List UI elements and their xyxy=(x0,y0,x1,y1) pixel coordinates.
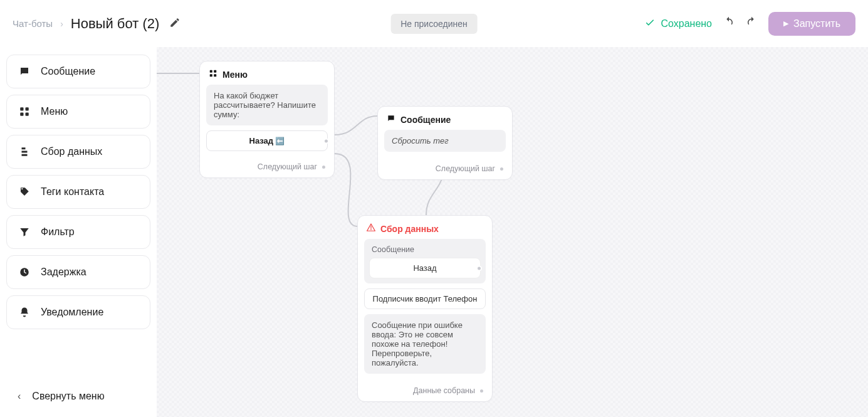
flow-canvas[interactable]: Меню На какой бюджет рассчитываете? Напи… xyxy=(157,47,868,417)
data-collected-label: Данные собраны xyxy=(413,386,475,395)
menu-grid-icon xyxy=(18,105,31,118)
next-step-label: Следующий шаг xyxy=(258,162,317,171)
sidebar-item-notification[interactable]: Уведомление xyxy=(6,295,150,329)
sidebar-item-message[interactable]: Сообщение xyxy=(6,55,150,88)
warning-icon xyxy=(367,223,375,234)
svg-rect-1 xyxy=(26,107,29,110)
sidebar-item-label: Сбор данных xyxy=(41,146,102,157)
output-port[interactable] xyxy=(323,138,329,144)
run-button[interactable]: ▶ Запустить xyxy=(768,12,855,36)
output-port[interactable] xyxy=(476,265,482,271)
node-message-text: На какой бюджет рассчитываете? Напишите … xyxy=(206,85,328,125)
sidebar: Сообщение Меню Сбор данных Теги контакта… xyxy=(0,47,157,417)
node-message-text: Сбросить тег xyxy=(384,130,506,152)
sidebar-item-label: Задержка xyxy=(41,267,86,278)
node-back-button[interactable]: Назад ⬅️ xyxy=(206,130,328,151)
output-port[interactable] xyxy=(499,166,505,172)
next-step-label: Следующий шаг xyxy=(436,164,495,173)
svg-rect-3 xyxy=(26,113,29,116)
form-icon xyxy=(18,145,31,158)
section-label: Сообщение xyxy=(369,244,481,258)
run-label: Запустить xyxy=(793,18,840,29)
sidebar-item-label: Сообщение xyxy=(41,66,95,77)
check-icon xyxy=(644,17,656,31)
edit-icon[interactable] xyxy=(169,17,180,31)
output-port[interactable] xyxy=(321,164,327,170)
message-icon xyxy=(18,65,31,78)
svg-rect-2 xyxy=(20,113,23,116)
chevron-right-icon: › xyxy=(60,19,63,29)
page-title: Новый бот (2) xyxy=(71,16,159,32)
collapse-menu-button[interactable]: ‹ Свернуть меню xyxy=(6,382,150,411)
arrow-left-emoji-icon: ⬅️ xyxy=(273,137,285,145)
svg-rect-0 xyxy=(20,107,23,110)
clock-icon xyxy=(18,266,31,278)
connection-status-badge: Не присоединен xyxy=(390,14,478,34)
sidebar-item-label: Уведомление xyxy=(41,307,103,318)
output-port[interactable] xyxy=(479,388,484,394)
collapse-menu-label: Свернуть меню xyxy=(32,391,104,402)
flow-node-collect-data[interactable]: Сбор данных Сообщение Назад Подписчик вв… xyxy=(357,215,493,402)
sidebar-item-filter[interactable]: Фильтр xyxy=(6,215,150,249)
filter-icon xyxy=(18,226,31,238)
bell-icon xyxy=(18,306,31,319)
flow-node-menu[interactable]: Меню На какой бюджет рассчитываете? Напи… xyxy=(199,61,335,178)
svg-rect-8 xyxy=(214,74,216,77)
svg-rect-6 xyxy=(214,70,216,73)
saved-indicator: Сохранено xyxy=(644,17,712,31)
tag-icon xyxy=(18,186,31,198)
node-message-section: Сообщение Назад xyxy=(364,239,486,283)
message-icon xyxy=(387,114,395,125)
node-back-button[interactable]: Назад xyxy=(369,258,481,278)
saved-label: Сохранено xyxy=(661,18,712,29)
node-title: Сбор данных xyxy=(380,224,439,234)
sidebar-item-label: Теги контакта xyxy=(41,186,104,198)
node-header: Сбор данных xyxy=(358,216,492,239)
redo-button[interactable] xyxy=(746,16,757,31)
subscriber-input-label: Подписчик вводит Телефон xyxy=(364,288,486,309)
node-header: Сообщение xyxy=(378,107,512,130)
breadcrumb: Чат-боты › Новый бот (2) xyxy=(13,16,159,32)
sidebar-item-label: Фильтр xyxy=(41,226,75,238)
sidebar-item-label: Меню xyxy=(41,106,68,117)
node-footer: Следующий шаг xyxy=(200,160,334,177)
node-footer: Данные собраны xyxy=(358,384,492,401)
error-message-text: Сообщение при ошибке ввода: Это не совсе… xyxy=(364,314,486,374)
node-title: Сообщение xyxy=(400,115,451,125)
sidebar-item-contact-tags[interactable]: Теги контакта xyxy=(6,175,150,209)
undo-button[interactable] xyxy=(723,16,735,31)
flow-node-message[interactable]: Сообщение Сбросить тег Следующий шаг xyxy=(377,106,513,180)
node-footer: Следующий шаг xyxy=(378,162,512,179)
sidebar-item-collect-data[interactable]: Сбор данных xyxy=(6,135,150,169)
play-icon: ▶ xyxy=(783,19,788,28)
node-title: Меню xyxy=(222,70,248,80)
node-header: Меню xyxy=(200,61,334,85)
chevron-left-icon: ‹ xyxy=(18,391,21,402)
svg-rect-5 xyxy=(210,70,212,73)
sidebar-item-menu[interactable]: Меню xyxy=(6,95,150,129)
sidebar-item-delay[interactable]: Задержка xyxy=(6,255,150,289)
svg-rect-7 xyxy=(210,74,212,77)
breadcrumb-root-link[interactable]: Чат-боты xyxy=(13,18,53,29)
menu-grid-icon xyxy=(209,69,217,80)
